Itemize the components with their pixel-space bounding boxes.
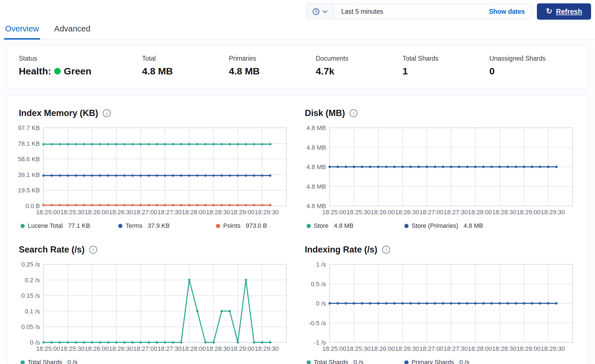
svg-text:18:29:00: 18:29:00 (516, 209, 541, 216)
svg-text:18:25:30: 18:25:30 (346, 209, 371, 216)
svg-text:4.8 MB: 4.8 MB (306, 126, 326, 131)
svg-text:18:27:00: 18:27:00 (419, 345, 443, 352)
svg-text:18:25:30: 18:25:30 (60, 209, 85, 216)
refresh-icon: ↻ (546, 8, 552, 15)
chart-plot: 97.7 KB78.1 KB58.6 KB39.1 KB19.5 KB0.0 B… (18, 126, 291, 218)
legend-dot (307, 224, 311, 228)
chevron-down-icon (322, 9, 328, 14)
legend-item[interactable]: Total Shards0 /s (20, 359, 77, 364)
info-icon[interactable] (382, 246, 390, 254)
refresh-button[interactable]: ↻ Refresh (537, 3, 591, 20)
svg-text:18:28:30: 18:28:30 (492, 345, 516, 352)
summary-value: 4.8 MB (229, 66, 316, 77)
legend-label: Lucene Total (28, 222, 63, 229)
svg-text:19.5 KB: 19.5 KB (18, 187, 40, 194)
chart-legend: Lucene Total77.1 KBTerms37.9 KBPoints973… (18, 222, 291, 229)
svg-text:18:29:00: 18:29:00 (231, 345, 255, 352)
svg-text:18:25:30: 18:25:30 (60, 345, 85, 352)
svg-text:18:26:30: 18:26:30 (109, 209, 133, 216)
legend-label: Total Shards (314, 359, 348, 364)
svg-text:0.05 /s: 0.05 /s (21, 323, 40, 330)
time-picker[interactable]: Last 5 minutes Show dates (306, 3, 532, 20)
svg-text:18:26:30: 18:26:30 (109, 345, 133, 352)
legend-dot (307, 360, 311, 364)
refresh-label: Refresh (556, 8, 582, 16)
legend-item[interactable]: Terms37.9 KB (118, 222, 216, 229)
charts-panel: Index Memory (KB) 97.7 KB78.1 KB58.6 KB3… (7, 95, 588, 364)
legend-value: 77.1 KB (68, 222, 90, 229)
svg-text:18:29:00: 18:29:00 (516, 345, 541, 352)
svg-text:97.7 KB: 97.7 KB (18, 126, 40, 131)
summary-item: Unassigned Shards 0 (489, 55, 576, 77)
svg-text:18:29:30: 18:29:30 (541, 345, 565, 352)
legend-item[interactable]: Total Shards0 /s (307, 359, 404, 364)
svg-text:18:29:30: 18:29:30 (541, 209, 565, 216)
chart-card: Index Memory (KB) 97.7 KB78.1 KB58.6 KB3… (18, 108, 291, 229)
legend-item[interactable]: Lucene Total77.1 KB (20, 222, 118, 229)
quick-select-button[interactable] (306, 4, 334, 19)
legend-dot (20, 360, 25, 364)
tab-advanced[interactable]: Advanced (53, 21, 92, 39)
info-icon[interactable] (350, 109, 357, 117)
legend-item[interactable]: Points973.0 B (216, 222, 267, 229)
svg-text:18:27:30: 18:27:30 (444, 209, 468, 216)
legend-dot (216, 224, 220, 228)
svg-text:18:27:00: 18:27:00 (133, 209, 158, 216)
svg-text:18:26:00: 18:26:00 (85, 345, 109, 352)
legend-value: 0 /s (354, 359, 363, 364)
health-dot (54, 68, 61, 74)
summary-value: 0 (489, 66, 576, 77)
chart-title-row: Index Memory (KB) (18, 108, 291, 118)
tab-bar: Overview Advanced (0, 21, 595, 39)
svg-text:-0.5 /s: -0.5 /s (309, 320, 326, 327)
svg-text:0.5 /s: 0.5 /s (311, 281, 326, 288)
chart-svg: 0.25 /s0.2 /s0.15 /s0.1 /s0.05 /s0 /s18:… (18, 262, 291, 354)
info-icon[interactable] (89, 246, 97, 254)
show-dates-link[interactable]: Show dates (489, 8, 532, 15)
svg-text:18:29:30: 18:29:30 (255, 209, 279, 216)
svg-text:18:27:00: 18:27:00 (133, 345, 158, 352)
legend-item[interactable]: Store (Primaries)4.8 MB (404, 222, 483, 229)
legend-item[interactable]: Store4.8 MB (307, 222, 404, 229)
summary-label: Status (19, 55, 142, 62)
legend-value: 4.8 MB (334, 222, 354, 229)
svg-text:18:28:30: 18:28:30 (206, 345, 230, 352)
clock-icon (312, 8, 320, 15)
legend-dot (404, 224, 409, 228)
page-header: Last 5 minutes Show dates ↻ Refresh (0, 0, 595, 21)
svg-text:4.8 MB: 4.8 MB (306, 183, 326, 190)
chart-svg: 97.7 KB78.1 KB58.6 KB39.1 KB19.5 KB0.0 B… (18, 126, 291, 218)
summary-label: Documents (316, 55, 402, 62)
chart-title-row: Disk (MB) (304, 108, 577, 118)
svg-text:0.25 /s: 0.25 /s (21, 262, 40, 268)
health-value: Green (64, 66, 91, 77)
summary-value: 1 (403, 66, 489, 77)
svg-text:18:26:00: 18:26:00 (371, 345, 395, 352)
legend-item[interactable]: Primary Shards0 /s (404, 359, 469, 364)
chart-card: Indexing Rate (/s) 1 /s0.5 /s0 /s-0.5 /s… (304, 245, 577, 364)
svg-text:18:25:00: 18:25:00 (322, 345, 346, 352)
svg-text:78.1 KB: 78.1 KB (18, 140, 40, 147)
chart-card: Search Rate (/s) 0.25 /s0.2 /s0.15 /s0.1… (18, 245, 291, 364)
svg-text:18:29:30: 18:29:30 (255, 345, 279, 352)
svg-text:18:28:00: 18:28:00 (182, 345, 206, 352)
charts-grid: Index Memory (KB) 97.7 KB78.1 KB58.6 KB3… (18, 108, 577, 364)
svg-text:18:25:30: 18:25:30 (346, 345, 371, 352)
svg-text:18:27:30: 18:27:30 (158, 345, 182, 352)
health-prefix: Health: (19, 66, 51, 77)
svg-text:0.1 /s: 0.1 /s (25, 308, 40, 315)
svg-text:0.15 /s: 0.15 /s (21, 292, 40, 299)
info-icon[interactable] (103, 109, 111, 117)
svg-text:18:28:00: 18:28:00 (182, 209, 206, 216)
summary-item: Total Shards 1 (403, 55, 489, 77)
time-picker-value[interactable]: Last 5 minutes (334, 8, 489, 15)
tab-overview[interactable]: Overview (4, 21, 40, 39)
chart-legend: Total Shards0 /sPrimary Shards0 /s (304, 359, 577, 364)
summary-label: Total Shards (403, 55, 489, 62)
svg-text:18:26:30: 18:26:30 (395, 345, 419, 352)
svg-text:18:28:30: 18:28:30 (492, 209, 516, 216)
chart-plot: 1 /s0.5 /s0 /s-0.5 /s-1 /s18:25:0018:25:… (304, 262, 577, 354)
svg-text:18:26:30: 18:26:30 (395, 209, 419, 216)
summary-value: 4.8 MB (142, 66, 229, 77)
svg-text:18:26:00: 18:26:00 (371, 209, 395, 216)
